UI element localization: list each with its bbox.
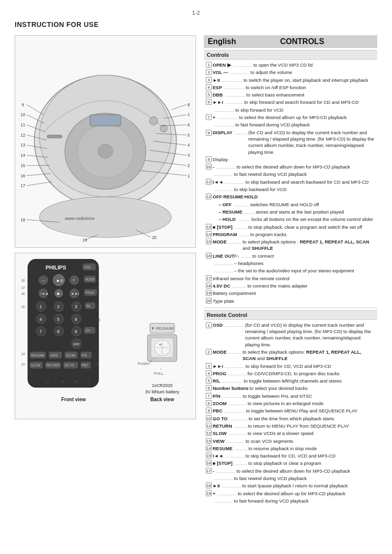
svg-text:I◄◄: I◄◄ bbox=[40, 292, 48, 296]
svg-text:↓: ↓ bbox=[160, 366, 162, 371]
control-item-12-hold: – HOLD .......... locks all buttons on t… bbox=[206, 216, 375, 222]
svg-text:R/L: R/L bbox=[86, 304, 91, 308]
svg-text:PHILIPS: PHILIPS bbox=[46, 265, 66, 270]
svg-text:8: 8 bbox=[57, 329, 59, 334]
left-column: 8 1 6 5 4 3 2 1 9 bbox=[15, 35, 196, 506]
svg-text:9: 9 bbox=[88, 380, 90, 383]
remote-item-15: 15 I◄◄ ............... to skip backward … bbox=[206, 453, 375, 459]
remote-front-svg: PHILIPS OSD — ►II + MODE bbox=[19, 257, 107, 394]
page-number: 1-2 bbox=[15, 10, 377, 16]
svg-text:3: 3 bbox=[188, 153, 190, 158]
remote-item-4: 4 PROG .............. for CD/VCD/MP3-CD,… bbox=[206, 370, 375, 377]
device-diagram: 8 1 6 5 4 3 2 1 9 bbox=[15, 35, 196, 248]
control-item-3: 3 ►II ................ to switch the pla… bbox=[206, 77, 375, 83]
control-item-20: 20 Type plate bbox=[206, 298, 375, 304]
front-back-wrap: PHILIPS OSD — ►II + MODE bbox=[19, 257, 192, 402]
svg-text:+: + bbox=[73, 278, 75, 283]
control-item-7b: ................ to fast forward during … bbox=[206, 121, 375, 128]
svg-point-4 bbox=[98, 144, 113, 158]
remote-item-5: 5 R/L ................ to toggle between… bbox=[206, 378, 375, 384]
svg-text:9: 9 bbox=[22, 103, 24, 107]
remote-item-6: 6 Number buttons to select your desired … bbox=[206, 385, 375, 391]
control-item-5: 5 DBB ................ to select bass en… bbox=[206, 92, 375, 98]
remote-item-3: 3 ►►I ............... to skip forward fo… bbox=[206, 363, 375, 369]
svg-text:SLOW: SLOW bbox=[31, 363, 40, 367]
svg-text:14: 14 bbox=[22, 352, 25, 356]
svg-text:5: 5 bbox=[97, 306, 99, 309]
svg-text:1: 1 bbox=[39, 305, 42, 310]
svg-text:2: 2 bbox=[188, 164, 190, 168]
battery-svg: ▼ RELEASE + PUSH bbox=[135, 321, 189, 380]
svg-text:17: 17 bbox=[21, 184, 25, 188]
page-title: INSTRUCTION FOR USE bbox=[15, 21, 377, 28]
main-layout: 8 1 6 5 4 3 2 1 9 bbox=[15, 35, 377, 506]
battery-label: 1xCR20253V lithium battery bbox=[145, 383, 179, 395]
svg-text:4: 4 bbox=[39, 317, 42, 322]
svg-text:5: 5 bbox=[188, 133, 190, 138]
svg-text:—: — bbox=[42, 279, 46, 283]
language-label: English bbox=[208, 37, 236, 46]
svg-text:16: 16 bbox=[21, 174, 25, 178]
remote-item-9: 9 PBC ................ to toggle between… bbox=[206, 408, 375, 414]
control-item-15: 15 MODE .......... to select playback op… bbox=[206, 239, 375, 252]
svg-text:1: 1 bbox=[188, 174, 190, 178]
svg-text:8: 8 bbox=[97, 362, 99, 366]
battery-info: 1xCR20253V lithium battery bbox=[145, 383, 179, 395]
svg-text:17: 17 bbox=[22, 286, 25, 289]
remote-item-7: 7 P/N ............... to toggle between … bbox=[206, 393, 375, 399]
control-item-14: 14 PROGRAM ........ to program tracks bbox=[206, 231, 375, 238]
svg-text:13: 13 bbox=[22, 362, 25, 366]
control-item-4: 4 ESP ................ to switch on /off… bbox=[206, 84, 375, 91]
control-item-1: 1 OPEN ▶ ............... to open the VCD… bbox=[206, 62, 375, 68]
remote-item-19: 19 + ............... to select the desir… bbox=[206, 490, 375, 497]
control-item-9: 9 Display bbox=[206, 156, 375, 163]
device-svg: 8 1 6 5 4 3 2 1 9 bbox=[19, 40, 192, 242]
svg-text:▼ RELEASE: ▼ RELEASE bbox=[151, 326, 174, 331]
control-item-17: 17 Infrared sensor for the remote contro… bbox=[206, 275, 375, 282]
svg-text:1: 1 bbox=[97, 263, 99, 266]
svg-text:6: 6 bbox=[74, 317, 77, 322]
svg-text:8: 8 bbox=[188, 103, 190, 107]
control-item-12-resume: – RESUME ........ stores and starts at t… bbox=[206, 209, 375, 215]
svg-text:4: 4 bbox=[188, 143, 190, 147]
svg-text:20: 20 bbox=[152, 236, 157, 240]
controls-title: CONTROLS bbox=[280, 37, 324, 46]
control-item-13: 13 ■ [STOP] .......... to stop playback,… bbox=[206, 224, 375, 230]
remote-subsection-header: Remote Control bbox=[204, 310, 377, 320]
control-item-12-off: – OFF ............ switches RESUME and H… bbox=[206, 201, 375, 208]
remote-item-13: 13 VIEW .............. to scan VCD segme… bbox=[206, 438, 375, 444]
svg-text:10/0: 10/0 bbox=[73, 342, 79, 346]
svg-text:9: 9 bbox=[74, 329, 77, 334]
divider bbox=[204, 308, 377, 308]
remote-item-17b: ............... to fast rewind during VC… bbox=[206, 475, 375, 482]
remote-item-19b: ............... to fast forward during V… bbox=[206, 498, 375, 504]
remote-item-17: 17 - ............... to select the desir… bbox=[206, 468, 375, 474]
control-item-6: 6 ►►I .............. to skip forward and… bbox=[206, 99, 375, 105]
svg-text:►►I: ►►I bbox=[71, 292, 79, 296]
svg-text:10: 10 bbox=[21, 113, 25, 117]
svg-text:MODE: MODE bbox=[85, 278, 95, 281]
svg-text:18: 18 bbox=[21, 218, 25, 222]
svg-point-6 bbox=[149, 117, 158, 125]
svg-text:11: 11 bbox=[61, 380, 65, 383]
svg-line-9 bbox=[172, 105, 187, 110]
remote-item-16: 16 ■ [STOP] .......... to stop playback … bbox=[206, 460, 375, 466]
svg-text:PUSH: PUSH bbox=[138, 361, 148, 366]
svg-text:16: 16 bbox=[22, 292, 25, 296]
back-view-label: Back view bbox=[150, 397, 174, 402]
svg-text:10: 10 bbox=[74, 380, 78, 383]
svg-text:OSD: OSD bbox=[84, 265, 91, 269]
remote-item-8: 8 ZOOM .............. to view pictures i… bbox=[206, 400, 375, 407]
svg-text:12: 12 bbox=[46, 380, 49, 383]
front-view-label: Front view bbox=[19, 397, 128, 402]
svg-line-41 bbox=[27, 182, 52, 186]
svg-text:VIEW: VIEW bbox=[50, 354, 58, 357]
remote-item-14: 14 RESUME .......... to resume playback … bbox=[206, 445, 375, 452]
remote-item-2: 2 MODE .......... to select the playback… bbox=[206, 349, 375, 362]
control-item-10b: ............... to fast rewind during VC… bbox=[206, 171, 375, 177]
control-item-12: 12 OFF·RESUME·HOLD bbox=[206, 193, 375, 200]
svg-text:www.radiotone: www.radiotone bbox=[65, 216, 95, 221]
svg-text:11: 11 bbox=[21, 123, 25, 127]
svg-text:2: 2 bbox=[57, 305, 59, 310]
svg-text:7: 7 bbox=[97, 352, 99, 356]
